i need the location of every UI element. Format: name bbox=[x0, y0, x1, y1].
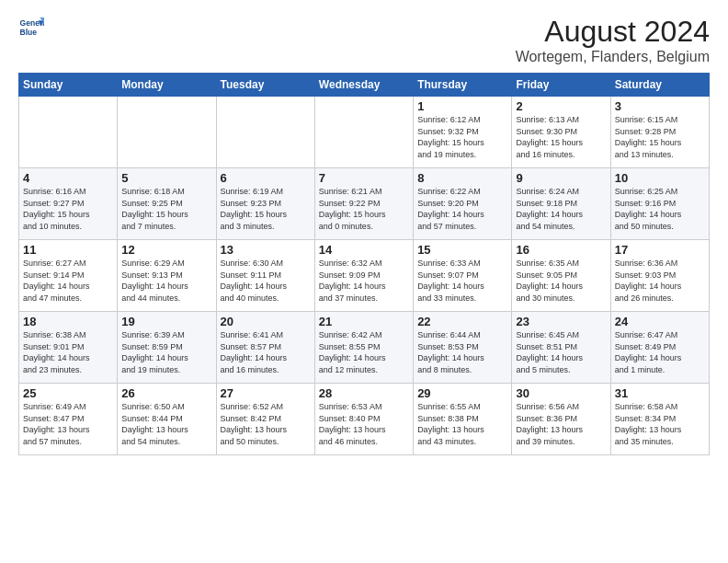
day-number: 19 bbox=[121, 315, 211, 328]
calendar-cell-5-3: 27Sunrise: 6:52 AM Sunset: 8:42 PM Dayli… bbox=[216, 384, 314, 455]
day-info: Sunrise: 6:18 AM Sunset: 9:25 PM Dayligh… bbox=[121, 186, 211, 232]
day-info: Sunrise: 6:44 AM Sunset: 8:53 PM Dayligh… bbox=[417, 329, 507, 375]
day-number: 12 bbox=[121, 243, 211, 257]
calendar-cell-3-3: 13Sunrise: 6:30 AM Sunset: 9:11 PM Dayli… bbox=[216, 240, 314, 312]
logo-icon: General Blue bbox=[18, 15, 44, 40]
day-number: 11 bbox=[23, 243, 113, 257]
day-info: Sunrise: 6:21 AM Sunset: 9:22 PM Dayligh… bbox=[319, 186, 409, 232]
calendar-cell-1-3 bbox=[216, 97, 314, 168]
day-info: Sunrise: 6:16 AM Sunset: 9:27 PM Dayligh… bbox=[23, 186, 113, 232]
calendar-cell-2-7: 10Sunrise: 6:25 AM Sunset: 9:16 PM Dayli… bbox=[610, 168, 709, 240]
day-number: 4 bbox=[23, 171, 113, 185]
day-number: 17 bbox=[615, 243, 705, 257]
calendar-cell-3-2: 12Sunrise: 6:29 AM Sunset: 9:13 PM Dayli… bbox=[118, 240, 216, 312]
day-info: Sunrise: 6:19 AM Sunset: 9:23 PM Dayligh… bbox=[221, 186, 311, 232]
day-number: 27 bbox=[221, 386, 311, 400]
header: General Blue August 2024 Wortegem, Fland… bbox=[18, 15, 710, 65]
day-number: 29 bbox=[417, 386, 507, 400]
calendar-cell-4-5: 22Sunrise: 6:44 AM Sunset: 8:53 PM Dayli… bbox=[414, 312, 512, 384]
calendar-week-4: 18Sunrise: 6:38 AM Sunset: 9:01 PM Dayli… bbox=[19, 312, 710, 384]
day-info: Sunrise: 6:55 AM Sunset: 8:38 PM Dayligh… bbox=[417, 401, 507, 447]
day-info: Sunrise: 6:29 AM Sunset: 9:13 PM Dayligh… bbox=[121, 258, 211, 304]
header-tuesday: Tuesday bbox=[216, 74, 314, 97]
day-info: Sunrise: 6:27 AM Sunset: 9:14 PM Dayligh… bbox=[23, 258, 113, 304]
calendar-cell-3-1: 11Sunrise: 6:27 AM Sunset: 9:14 PM Dayli… bbox=[19, 240, 118, 312]
day-number: 15 bbox=[417, 243, 507, 257]
calendar-table: Sunday Monday Tuesday Wednesday Thursday… bbox=[18, 73, 710, 455]
calendar-cell-4-1: 18Sunrise: 6:38 AM Sunset: 9:01 PM Dayli… bbox=[19, 312, 118, 384]
calendar-cell-5-7: 31Sunrise: 6:58 AM Sunset: 8:34 PM Dayli… bbox=[610, 384, 709, 455]
day-number: 28 bbox=[319, 386, 409, 400]
day-number: 21 bbox=[319, 315, 409, 328]
calendar-cell-3-7: 17Sunrise: 6:36 AM Sunset: 9:03 PM Dayli… bbox=[610, 240, 709, 312]
day-number: 26 bbox=[121, 386, 211, 400]
day-info: Sunrise: 6:56 AM Sunset: 8:36 PM Dayligh… bbox=[516, 401, 606, 447]
day-info: Sunrise: 6:24 AM Sunset: 9:18 PM Dayligh… bbox=[516, 186, 606, 232]
day-info: Sunrise: 6:41 AM Sunset: 8:57 PM Dayligh… bbox=[221, 329, 311, 375]
day-number: 3 bbox=[615, 99, 705, 113]
calendar-cell-1-2 bbox=[118, 97, 216, 168]
calendar-cell-2-4: 7Sunrise: 6:21 AM Sunset: 9:22 PM Daylig… bbox=[314, 168, 413, 240]
day-info: Sunrise: 6:15 AM Sunset: 9:28 PM Dayligh… bbox=[615, 114, 705, 160]
day-number: 20 bbox=[221, 315, 311, 328]
header-wednesday: Wednesday bbox=[314, 74, 413, 97]
day-info: Sunrise: 6:22 AM Sunset: 9:20 PM Dayligh… bbox=[417, 186, 507, 232]
main-title: August 2024 bbox=[516, 15, 710, 49]
header-thursday: Thursday bbox=[414, 74, 512, 97]
day-number: 10 bbox=[615, 171, 705, 185]
day-number: 6 bbox=[221, 171, 311, 185]
calendar-cell-5-1: 25Sunrise: 6:49 AM Sunset: 8:47 PM Dayli… bbox=[19, 384, 118, 455]
day-info: Sunrise: 6:36 AM Sunset: 9:03 PM Dayligh… bbox=[615, 258, 705, 304]
day-number: 14 bbox=[319, 243, 409, 257]
calendar-cell-2-3: 6Sunrise: 6:19 AM Sunset: 9:23 PM Daylig… bbox=[216, 168, 314, 240]
header-saturday: Saturday bbox=[610, 74, 709, 97]
calendar-cell-5-4: 28Sunrise: 6:53 AM Sunset: 8:40 PM Dayli… bbox=[314, 384, 413, 455]
day-info: Sunrise: 6:42 AM Sunset: 8:55 PM Dayligh… bbox=[319, 329, 409, 375]
day-number: 5 bbox=[121, 171, 211, 185]
day-info: Sunrise: 6:12 AM Sunset: 9:32 PM Dayligh… bbox=[417, 114, 507, 160]
calendar-week-1: 1Sunrise: 6:12 AM Sunset: 9:32 PM Daylig… bbox=[19, 97, 710, 168]
day-info: Sunrise: 6:33 AM Sunset: 9:07 PM Dayligh… bbox=[417, 258, 507, 304]
day-info: Sunrise: 6:38 AM Sunset: 9:01 PM Dayligh… bbox=[23, 329, 113, 375]
day-info: Sunrise: 6:25 AM Sunset: 9:16 PM Dayligh… bbox=[615, 186, 705, 232]
calendar-week-5: 25Sunrise: 6:49 AM Sunset: 8:47 PM Dayli… bbox=[19, 384, 710, 455]
calendar-cell-5-2: 26Sunrise: 6:50 AM Sunset: 8:44 PM Dayli… bbox=[118, 384, 216, 455]
day-number: 7 bbox=[319, 171, 409, 185]
calendar-cell-4-4: 21Sunrise: 6:42 AM Sunset: 8:55 PM Dayli… bbox=[314, 312, 413, 384]
calendar-cell-1-6: 2Sunrise: 6:13 AM Sunset: 9:30 PM Daylig… bbox=[512, 97, 610, 168]
calendar-cell-2-1: 4Sunrise: 6:16 AM Sunset: 9:27 PM Daylig… bbox=[19, 168, 118, 240]
day-info: Sunrise: 6:45 AM Sunset: 8:51 PM Dayligh… bbox=[516, 329, 606, 375]
day-number: 9 bbox=[516, 171, 606, 185]
calendar-header-row: Sunday Monday Tuesday Wednesday Thursday… bbox=[19, 74, 710, 97]
calendar-cell-2-6: 9Sunrise: 6:24 AM Sunset: 9:18 PM Daylig… bbox=[512, 168, 610, 240]
day-number: 2 bbox=[516, 99, 606, 113]
day-info: Sunrise: 6:53 AM Sunset: 8:40 PM Dayligh… bbox=[319, 401, 409, 447]
calendar-cell-4-6: 23Sunrise: 6:45 AM Sunset: 8:51 PM Dayli… bbox=[512, 312, 610, 384]
day-info: Sunrise: 6:49 AM Sunset: 8:47 PM Dayligh… bbox=[23, 401, 113, 447]
day-number: 30 bbox=[516, 386, 606, 400]
header-friday: Friday bbox=[512, 74, 610, 97]
day-number: 16 bbox=[516, 243, 606, 257]
day-info: Sunrise: 6:35 AM Sunset: 9:05 PM Dayligh… bbox=[516, 258, 606, 304]
calendar-cell-5-6: 30Sunrise: 6:56 AM Sunset: 8:36 PM Dayli… bbox=[512, 384, 610, 455]
header-sunday: Sunday bbox=[19, 74, 118, 97]
logo: General Blue bbox=[18, 15, 48, 40]
calendar-week-2: 4Sunrise: 6:16 AM Sunset: 9:27 PM Daylig… bbox=[19, 168, 710, 240]
calendar-week-3: 11Sunrise: 6:27 AM Sunset: 9:14 PM Dayli… bbox=[19, 240, 710, 312]
day-info: Sunrise: 6:30 AM Sunset: 9:11 PM Dayligh… bbox=[221, 258, 311, 304]
day-number: 25 bbox=[23, 386, 113, 400]
day-info: Sunrise: 6:47 AM Sunset: 8:49 PM Dayligh… bbox=[615, 329, 705, 375]
day-number: 22 bbox=[417, 315, 507, 328]
calendar-cell-3-5: 15Sunrise: 6:33 AM Sunset: 9:07 PM Dayli… bbox=[414, 240, 512, 312]
day-number: 1 bbox=[417, 99, 507, 113]
day-number: 31 bbox=[615, 386, 705, 400]
day-info: Sunrise: 6:39 AM Sunset: 8:59 PM Dayligh… bbox=[121, 329, 211, 375]
day-info: Sunrise: 6:32 AM Sunset: 9:09 PM Dayligh… bbox=[319, 258, 409, 304]
calendar-cell-2-2: 5Sunrise: 6:18 AM Sunset: 9:25 PM Daylig… bbox=[118, 168, 216, 240]
page: General Blue August 2024 Wortegem, Fland… bbox=[0, 0, 728, 563]
day-number: 23 bbox=[516, 315, 606, 328]
day-info: Sunrise: 6:52 AM Sunset: 8:42 PM Dayligh… bbox=[221, 401, 311, 447]
calendar-cell-1-4 bbox=[314, 97, 413, 168]
day-number: 13 bbox=[221, 243, 311, 257]
day-number: 24 bbox=[615, 315, 705, 328]
